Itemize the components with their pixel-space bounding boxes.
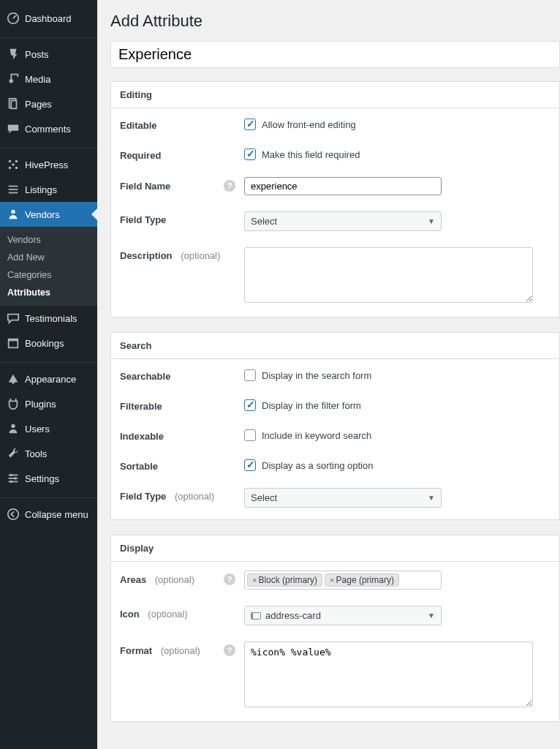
svg-point-4 <box>9 160 12 163</box>
sidebar-item-testimonials[interactable]: Testimonials <box>0 306 97 331</box>
appearance-icon <box>6 372 20 386</box>
sidebar-item-settings[interactable]: Settings <box>0 466 97 491</box>
search-fieldtype-select[interactable]: Select ▼ <box>244 488 442 508</box>
vendors-icon <box>6 207 20 222</box>
svg-point-20 <box>14 477 17 480</box>
sidebar-collapse-menu[interactable]: Collapse menu <box>0 502 97 527</box>
hivepress-icon <box>6 157 20 172</box>
sortable-label: Sortable <box>120 458 244 472</box>
filterable-checkbox[interactable] <box>244 399 256 411</box>
admin-sidebar: Dashboard Posts Media Pages Comments Hiv… <box>0 0 97 749</box>
sidebar-item-media[interactable]: Media <box>0 67 97 91</box>
collapse-icon <box>6 507 20 522</box>
sidebar-item-dashboard[interactable]: Dashboard <box>0 6 97 31</box>
sidebar-item-plugins[interactable]: Plugins <box>0 391 97 416</box>
searchable-checkbox[interactable] <box>244 369 256 381</box>
description-label: Description <box>120 250 173 261</box>
sidebar-item-users[interactable]: Users <box>0 416 97 441</box>
sidebar-item-listings[interactable]: Listings <box>0 177 97 202</box>
testimonials-icon <box>6 311 20 325</box>
page-title: Add Attribute <box>110 12 560 31</box>
submenu-add-new[interactable]: Add New <box>0 249 97 266</box>
vendors-submenu: Vendors Add New Categories Attributes <box>0 227 97 306</box>
help-icon[interactable]: ? <box>224 180 235 192</box>
svg-rect-10 <box>9 189 18 190</box>
sidebar-item-bookings[interactable]: Bookings <box>0 331 97 355</box>
indexable-checkbox[interactable] <box>244 429 256 441</box>
help-icon[interactable]: ? <box>224 573 235 585</box>
searchable-check-label: Display in the search form <box>262 370 371 381</box>
sidebar-item-vendors[interactable]: Vendors <box>0 202 97 227</box>
dashboard-icon <box>6 11 20 26</box>
area-tag: ×Block (primary) <box>247 573 322 587</box>
svg-point-8 <box>15 167 18 170</box>
settings-icon <box>6 471 20 486</box>
area-tag: ×Page (primary) <box>325 573 399 587</box>
editable-label: Editable <box>120 117 244 131</box>
sidebar-item-comments[interactable]: Comments <box>0 116 97 141</box>
menu-label: Dashboard <box>25 13 72 24</box>
svg-point-15 <box>11 424 15 428</box>
required-checkbox[interactable] <box>244 148 256 160</box>
fieldtype-value: Select <box>251 216 277 227</box>
sidebar-item-hivepress[interactable]: HivePress <box>0 152 97 177</box>
menu-label: HivePress <box>25 159 68 170</box>
submenu-attributes[interactable]: Attributes <box>0 284 97 301</box>
main-content: Add Attribute Editing Editable Allow fro… <box>97 0 560 749</box>
filterable-check-label: Display in the filter form <box>262 400 361 411</box>
sortable-checkbox[interactable] <box>244 459 256 471</box>
menu-label: Appearance <box>25 374 76 385</box>
areas-tags-input[interactable]: ×Block (primary) ×Page (primary) <box>244 571 442 590</box>
attribute-name-input[interactable] <box>110 41 560 68</box>
searchable-label: Searchable <box>120 368 244 382</box>
submenu-categories[interactable]: Categories <box>0 266 97 284</box>
submenu-vendors[interactable]: Vendors <box>0 231 97 249</box>
svg-point-12 <box>11 210 15 214</box>
filterable-label: Filterable <box>120 398 244 412</box>
tag-remove-icon[interactable]: × <box>330 576 334 584</box>
display-heading: Display <box>111 535 559 562</box>
svg-point-7 <box>9 167 12 170</box>
search-heading: Search <box>111 333 559 359</box>
fieldtype-label: Field Type <box>120 211 244 225</box>
indexable-check-label: Include in keyword search <box>262 430 371 441</box>
fieldname-input[interactable] <box>244 177 442 195</box>
icon-optional: (optional) <box>148 609 187 620</box>
menu-label: Bookings <box>25 338 64 349</box>
svg-rect-14 <box>9 339 18 342</box>
help-icon[interactable]: ? <box>224 644 235 656</box>
description-optional: (optional) <box>181 250 220 261</box>
icon-select[interactable]: address-card ▼ <box>244 606 442 625</box>
search-fieldtype-value: Select <box>251 492 277 503</box>
address-card-icon <box>251 612 261 620</box>
sidebar-item-appearance[interactable]: Appearance <box>0 366 97 391</box>
format-textarea[interactable] <box>244 641 533 707</box>
search-fieldtype-optional: (optional) <box>175 491 214 502</box>
fieldname-label: Field Name <box>120 181 170 192</box>
areas-label: Areas <box>120 574 146 585</box>
menu-label: Collapse menu <box>25 509 88 520</box>
menu-label: Pages <box>25 99 52 110</box>
plugins-icon <box>6 396 20 411</box>
listings-icon <box>6 182 20 197</box>
menu-label: Users <box>25 424 50 434</box>
svg-point-6 <box>12 163 15 166</box>
tag-remove-icon[interactable]: × <box>252 576 257 584</box>
page-icon <box>6 97 20 111</box>
icon-label: Icon <box>120 609 140 620</box>
description-textarea[interactable] <box>244 247 533 303</box>
svg-point-1 <box>10 79 13 83</box>
sidebar-item-posts[interactable]: Posts <box>0 42 97 67</box>
search-fieldtype-label: Field Type <box>120 491 166 502</box>
sidebar-item-pages[interactable]: Pages <box>0 91 97 116</box>
editable-checkbox[interactable] <box>244 118 256 130</box>
menu-label: Listings <box>25 184 57 195</box>
fieldtype-select[interactable]: Select ▼ <box>244 211 442 231</box>
format-optional: (optional) <box>161 645 200 656</box>
sortable-check-label: Display as a sorting option <box>262 460 373 471</box>
required-label: Required <box>120 147 244 161</box>
svg-rect-9 <box>9 186 18 187</box>
sidebar-item-tools[interactable]: Tools <box>0 441 97 466</box>
menu-label: Vendors <box>25 209 60 220</box>
comment-icon <box>6 121 20 136</box>
